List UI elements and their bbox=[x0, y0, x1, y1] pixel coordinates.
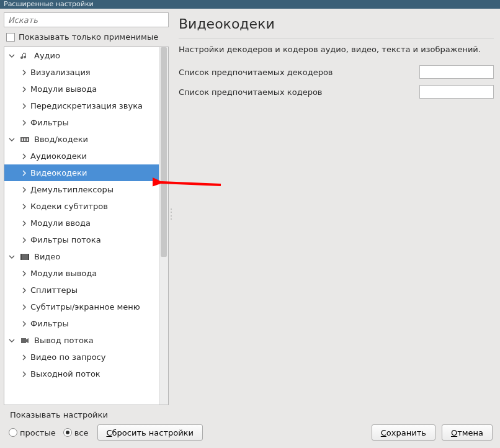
chevron-right-icon bbox=[20, 236, 28, 244]
chevron-right-icon bbox=[20, 270, 28, 277]
svg-rect-3 bbox=[27, 138, 28, 141]
main-area: Показывать только применимые АудиоВизуал… bbox=[0, 9, 500, 405]
checkbox-label: Показывать только применимые bbox=[19, 32, 158, 42]
reset-button[interactable]: Сбросить настройки bbox=[97, 424, 203, 441]
preferred-decoders-row: Список предпочитаемых декодеров bbox=[179, 65, 494, 79]
divider bbox=[179, 38, 494, 38]
tree-item[interactable]: Модули вывода bbox=[4, 265, 159, 282]
tree-label: Аудиокодеки bbox=[30, 151, 87, 161]
show-settings-label: Показывать настройки bbox=[7, 410, 493, 419]
audio-icon bbox=[19, 50, 30, 61]
checkbox-icon bbox=[6, 33, 15, 42]
tree-scrollbar[interactable] bbox=[159, 47, 168, 405]
tree-label: Передискретизация звука bbox=[30, 101, 143, 110]
tree-item[interactable]: Кодеки субтитров bbox=[4, 198, 159, 215]
tree-label: Фильтры потока bbox=[30, 235, 101, 244]
svg-rect-1 bbox=[22, 138, 23, 141]
settings-level-radios: простые все bbox=[7, 428, 89, 437]
stream-icon bbox=[19, 335, 30, 346]
radio-icon bbox=[63, 428, 72, 437]
tree-category[interactable]: Аудио bbox=[4, 47, 159, 64]
chevron-right-icon bbox=[20, 303, 28, 311]
preferred-encoders-row: Список предпочитаемых кодеров bbox=[179, 85, 494, 99]
footer: Показывать настройки простые все Сбросит… bbox=[0, 405, 500, 448]
chevron-right-icon bbox=[20, 354, 28, 361]
tree-label: Фильтры bbox=[30, 319, 69, 328]
page-description: Настройки декодеров и кодеров аудио, вид… bbox=[179, 45, 494, 54]
chevron-down-icon bbox=[8, 136, 16, 143]
svg-rect-2 bbox=[24, 138, 25, 141]
codec-icon bbox=[19, 134, 30, 145]
chevron-right-icon bbox=[20, 186, 28, 194]
splitter-handle[interactable] bbox=[171, 208, 174, 220]
preferred-encoders-input[interactable] bbox=[419, 85, 494, 99]
chevron-right-icon bbox=[20, 69, 28, 76]
tree-label: Вывод потока bbox=[34, 336, 94, 345]
show-applicable-checkbox[interactable]: Показывать только применимые bbox=[4, 31, 169, 43]
chevron-right-icon bbox=[20, 169, 28, 177]
radio-icon bbox=[9, 428, 17, 437]
save-button[interactable]: Сохранить bbox=[372, 424, 435, 441]
tree-label: Модули вывода bbox=[30, 269, 97, 278]
svg-rect-5 bbox=[20, 254, 22, 260]
tree-item[interactable]: Аудиокодеки bbox=[4, 148, 159, 164]
preferred-decoders-input[interactable] bbox=[419, 65, 494, 79]
tree-item[interactable]: Субтитры/экранное меню bbox=[4, 298, 159, 315]
tree-item[interactable]: Модули вывода bbox=[4, 81, 159, 97]
chevron-right-icon bbox=[20, 203, 28, 210]
tree-item[interactable]: Видео по запросу bbox=[4, 349, 159, 365]
tree-item[interactable]: Фильтры bbox=[4, 114, 159, 131]
tree-label: Выходной поток bbox=[30, 369, 100, 379]
tree-item[interactable]: Демультиплексоры bbox=[4, 181, 159, 198]
content-panel: Видеокодеки Настройки декодеров и кодеро… bbox=[172, 12, 496, 405]
tree-label: Визуализация bbox=[30, 68, 91, 77]
radio-all-label: все bbox=[74, 428, 89, 437]
preferred-decoders-label: Список предпочитаемых декодеров bbox=[179, 68, 333, 77]
page-title: Видеокодеки bbox=[179, 15, 494, 32]
chevron-right-icon bbox=[20, 287, 28, 294]
window-title: Расширенные настройки bbox=[4, 0, 94, 8]
chevron-right-icon bbox=[20, 86, 28, 93]
tree-item[interactable]: Модули ввода bbox=[4, 215, 159, 231]
chevron-right-icon bbox=[20, 320, 28, 328]
tree-label: Модули вывода bbox=[30, 84, 97, 94]
svg-rect-6 bbox=[28, 254, 29, 260]
chevron-right-icon bbox=[20, 220, 28, 227]
video-icon bbox=[19, 251, 30, 262]
sidebar: Показывать только применимые АудиоВизуал… bbox=[4, 12, 169, 405]
scroll-thumb[interactable] bbox=[161, 47, 167, 257]
tree-label: Ввод/кодеки bbox=[34, 135, 88, 144]
tree-item[interactable]: Фильтры bbox=[4, 315, 159, 332]
svg-rect-4 bbox=[20, 254, 29, 260]
tree-item[interactable]: Выходной поток bbox=[4, 365, 159, 382]
tree-label: Видео по запросу bbox=[30, 352, 105, 362]
tree-label: Аудио bbox=[34, 51, 60, 60]
settings-tree: АудиоВизуализацияМодули выводаПередискре… bbox=[4, 47, 169, 405]
tree-category[interactable]: Ввод/кодеки bbox=[4, 131, 159, 148]
tree-category[interactable]: Вывод потока bbox=[4, 332, 159, 349]
tree-label: Видеокодеки bbox=[30, 168, 87, 177]
tree-item[interactable]: Передискретизация звука bbox=[4, 97, 159, 114]
tree-label: Кодеки субтитров bbox=[30, 202, 108, 211]
cancel-button[interactable]: Отмена bbox=[442, 424, 493, 441]
tree-item[interactable]: Фильтры потока bbox=[4, 231, 159, 248]
tree-item[interactable]: Визуализация bbox=[4, 64, 159, 81]
chevron-right-icon bbox=[20, 370, 28, 378]
tree-label: Сплиттеры bbox=[30, 285, 78, 295]
search-input[interactable] bbox=[4, 12, 169, 27]
svg-rect-7 bbox=[21, 338, 26, 343]
tree-category[interactable]: Видео bbox=[4, 248, 159, 265]
tree-item[interactable]: Сплиттеры bbox=[4, 282, 159, 298]
chevron-down-icon bbox=[8, 337, 16, 344]
tree-label: Видео bbox=[34, 252, 60, 261]
radio-simple[interactable]: простые bbox=[9, 428, 56, 437]
tree-item[interactable]: Видеокодеки bbox=[4, 164, 159, 181]
tree-label: Модули ввода bbox=[30, 218, 91, 228]
tree-label: Субтитры/экранное меню bbox=[30, 302, 140, 311]
window-titlebar: Расширенные настройки bbox=[0, 0, 500, 9]
chevron-down-icon bbox=[8, 253, 16, 261]
tree-label: Демультиплексоры bbox=[30, 185, 114, 194]
chevron-right-icon bbox=[20, 153, 28, 160]
tree-label: Фильтры bbox=[30, 118, 69, 127]
radio-all[interactable]: все bbox=[63, 428, 89, 437]
